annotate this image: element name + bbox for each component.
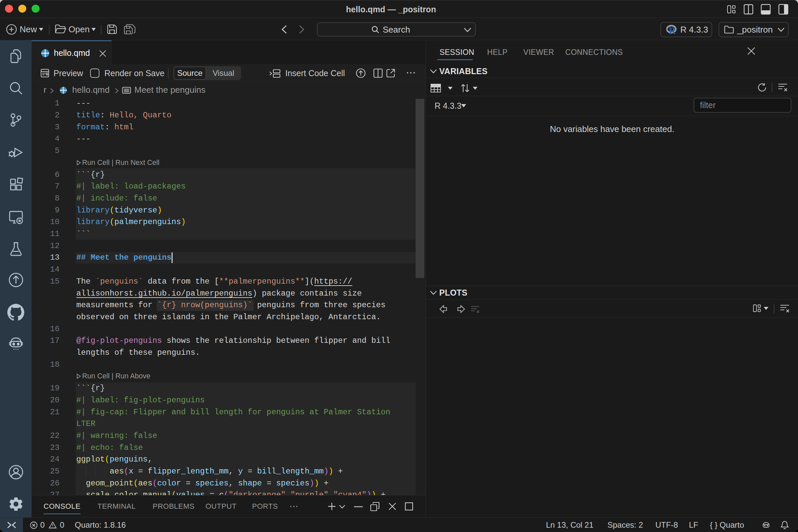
svg-text:R: R bbox=[669, 25, 676, 34]
